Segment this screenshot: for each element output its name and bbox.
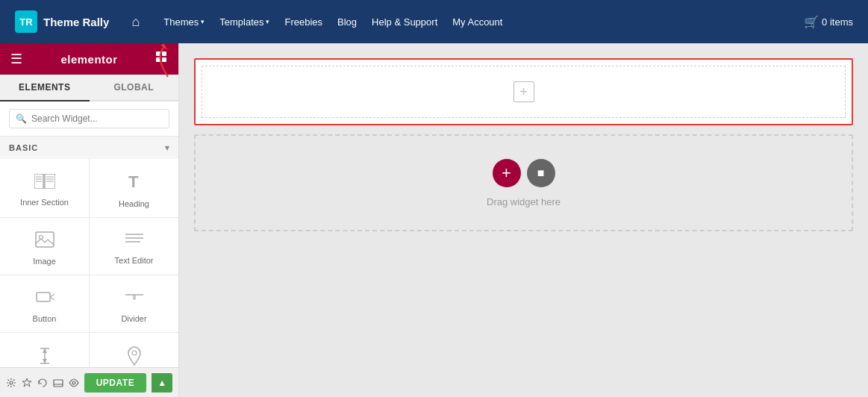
inner-section-label: Inner Section: [20, 198, 69, 207]
widget-inner-section[interactable]: Inner Section: [0, 159, 89, 217]
widget-image[interactable]: Image: [0, 218, 89, 275]
text-editor-icon: [125, 232, 143, 250]
left-panel: ☰ elementor ELEMENTS GLOBAL 🔍: [0, 43, 179, 397]
svg-text:T: T: [128, 172, 139, 190]
update-button[interactable]: UPDATE: [84, 373, 146, 393]
main-layout: ☰ elementor ELEMENTS GLOBAL 🔍: [0, 43, 868, 397]
heading-icon: T: [125, 172, 143, 193]
widget-spacer[interactable]: Spacer: [0, 333, 89, 367]
nav-item-themes[interactable]: Themes ▾: [157, 13, 210, 31]
search-wrapper: 🔍: [9, 109, 169, 128]
drag-widget-label: Drag widget here: [487, 196, 561, 207]
canvas-area: + + ■ Drag widget here: [179, 43, 868, 397]
nav-item-blog[interactable]: Blog: [331, 13, 363, 31]
nav-items: Themes ▾ Templates ▾ Freebies Blog Help …: [157, 13, 508, 31]
spacer-icon: [37, 347, 52, 367]
home-icon[interactable]: ⌂: [131, 14, 140, 30]
elementor-header: ☰ elementor: [0, 43, 178, 75]
svg-point-35: [72, 381, 75, 384]
svg-marker-32: [22, 378, 31, 387]
section-header-basic: BASIC ▾: [0, 137, 178, 159]
bottom-toolbar: UPDATE ▲: [0, 367, 178, 397]
widget-google-maps[interactable]: Google Maps: [90, 333, 178, 367]
tab-elements[interactable]: ELEMENTS: [0, 75, 90, 101]
undo-icon-btn[interactable]: [37, 372, 49, 393]
responsive-icon-btn[interactable]: [53, 372, 64, 393]
svg-rect-33: [54, 380, 63, 387]
svg-rect-2: [162, 51, 166, 56]
section-menu-button[interactable]: ■: [527, 159, 555, 187]
logo-icon: TR: [15, 10, 37, 33]
cart-icon: 🛒: [804, 15, 819, 29]
nav-item-freebies[interactable]: Freebies: [278, 13, 328, 31]
button-label: Button: [33, 314, 57, 323]
panel-tabs: ELEMENTS GLOBAL: [0, 75, 178, 101]
inner-section-icon: [34, 174, 55, 192]
nav-item-help[interactable]: Help & Support: [366, 13, 443, 31]
svg-point-29: [132, 351, 137, 355]
search-container: 🔍: [0, 101, 178, 137]
settings-icon-btn[interactable]: [6, 372, 17, 393]
svg-rect-14: [36, 232, 54, 247]
canvas-section-empty[interactable]: + ■ Drag widget here: [194, 134, 853, 231]
tab-global[interactable]: GLOBAL: [90, 75, 179, 101]
svg-line-21: [50, 297, 54, 300]
cart-button[interactable]: 🛒 0 items: [804, 15, 853, 29]
widgets-grid: Inner Section T Heading: [0, 159, 178, 367]
image-label: Image: [33, 257, 56, 266]
section-collapse-icon[interactable]: ▾: [165, 143, 169, 153]
top-navigation: TR Theme Rally ⌂ Themes ▾ Templates ▾ Fr…: [0, 0, 868, 43]
update-dropdown-button[interactable]: ▲: [152, 373, 172, 393]
canvas-column-placeholder[interactable]: +: [202, 66, 846, 118]
add-column-button[interactable]: +: [513, 81, 534, 102]
google-maps-icon: [126, 346, 143, 367]
button-icon: [35, 289, 54, 308]
heading-label: Heading: [119, 199, 149, 208]
nav-item-templates[interactable]: Templates ▾: [213, 13, 275, 31]
svg-rect-3: [156, 57, 160, 62]
svg-line-20: [50, 294, 54, 297]
divider-icon: [125, 289, 143, 308]
logo-text: Theme Rally: [43, 16, 109, 28]
search-icon: 🔍: [16, 113, 27, 124]
add-widget-button[interactable]: +: [493, 159, 521, 187]
hamburger-icon[interactable]: ☰: [10, 51, 22, 67]
widget-button[interactable]: Button: [0, 275, 89, 332]
star-toolbar-icon[interactable]: [22, 372, 33, 393]
image-icon: [35, 231, 54, 251]
themes-chevron-icon: ▾: [201, 18, 204, 25]
eye-icon-btn[interactable]: [69, 372, 80, 393]
svg-rect-4: [162, 57, 166, 62]
canvas-section-selected[interactable]: +: [194, 58, 853, 125]
search-input[interactable]: [31, 113, 163, 124]
widget-divider[interactable]: Divider: [90, 275, 178, 332]
nav-item-account[interactable]: My Account: [446, 13, 508, 31]
svg-rect-19: [37, 293, 50, 301]
text-editor-label: Text Editor: [115, 256, 154, 265]
apps-grid-icon[interactable]: [156, 51, 168, 66]
divider-label: Divider: [121, 314, 146, 323]
svg-point-31: [10, 381, 13, 384]
section-action-buttons: + ■: [493, 159, 555, 187]
widget-text-editor[interactable]: Text Editor: [90, 218, 178, 275]
widget-heading[interactable]: T Heading: [90, 159, 178, 217]
site-logo[interactable]: TR Theme Rally: [15, 10, 109, 33]
section-title: BASIC: [9, 143, 38, 152]
svg-rect-1: [156, 51, 160, 56]
templates-chevron-icon: ▾: [266, 18, 269, 25]
elementor-logo: elementor: [60, 53, 117, 66]
